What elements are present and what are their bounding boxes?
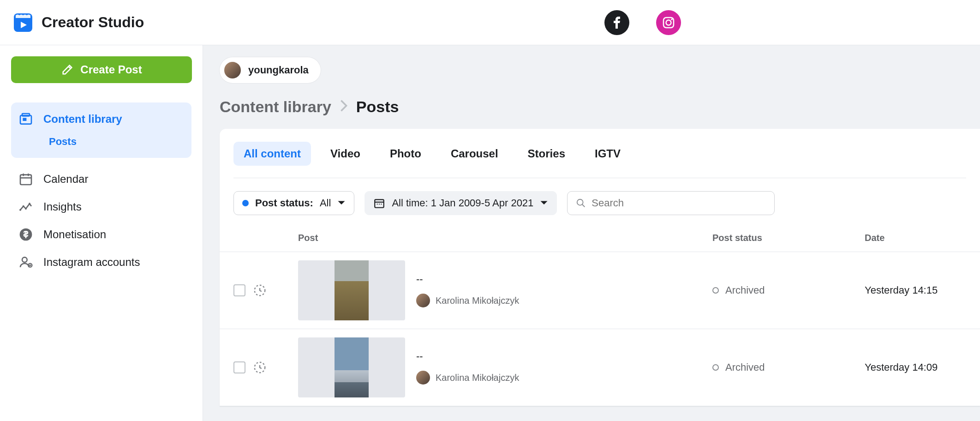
author-avatar [416,371,430,385]
post-title: -- [416,350,519,362]
svg-point-3 [671,18,673,20]
tab-photo[interactable]: Photo [380,142,431,166]
breadcrumb: Content library Posts [220,98,980,116]
svg-point-20 [377,204,378,204]
facebook-icon [610,15,624,30]
breadcrumb-current: Posts [356,98,399,116]
search-box[interactable] [567,191,775,215]
facebook-tab[interactable] [604,10,629,35]
filter-date-value: All time: 1 Jan 2009-5 Apr 2021 [392,197,533,209]
sidebar-item-label: Calendar [43,173,88,186]
caret-down-icon [540,199,548,207]
scheduled-icon [253,361,267,374]
topbar: Creator Studio [0,0,980,45]
col-post: Post [298,233,712,243]
filter-post-status[interactable]: Post status: All [233,191,354,215]
col-date: Date [865,233,966,243]
calendar-icon [373,197,385,209]
scheduled-icon [253,283,267,297]
table-header: Post Post status Date [220,228,980,252]
svg-point-14 [29,203,30,204]
post-status: Archived [712,361,865,373]
svg-point-13 [25,208,27,210]
tab-carousel[interactable]: Carousel [441,142,508,166]
sidebar-item-label: Insights [43,200,82,213]
sidebar: Create Post Content library Posts Calend… [0,45,203,421]
row-checkbox[interactable] [233,284,245,296]
create-post-label: Create Post [80,63,142,76]
svg-line-24 [582,204,585,207]
filter-status-value: All [320,197,331,209]
author-name: Karolina Mikołajczyk [436,373,519,383]
content-tabs: All content Video Photo Carousel Stories… [233,142,966,178]
sidebar-item-label: Instagram accounts [43,256,140,269]
content-panel: All content Video Photo Carousel Stories… [220,129,980,406]
tab-video[interactable]: Video [320,142,370,166]
svg-rect-18 [375,199,384,207]
status-indicator-icon [712,287,719,294]
library-icon [18,112,33,126]
table-row[interactable]: -- Karolina Mikołajczyk Archived Yesterd… [220,329,980,406]
post-date: Yesterday 14:09 [865,361,966,373]
platform-switcher [604,10,967,35]
accounts-icon [18,255,33,270]
brand-title: Creator Studio [42,14,144,31]
author-name: Karolina Mikołajczyk [436,295,519,306]
filter-bar: Post status: All All time: 1 Jan 2009-5 … [220,178,980,228]
creator-studio-logo-icon [13,12,33,33]
instagram-tab[interactable] [656,10,681,35]
sidebar-item-monetisation[interactable]: Monetisation [11,221,191,248]
search-input[interactable] [592,197,766,209]
row-checkbox[interactable] [233,361,245,373]
sidebar-item-label: Monetisation [43,228,106,241]
sidebar-item-label: Content library [43,113,122,126]
svg-rect-6 [23,118,26,121]
svg-rect-7 [20,175,31,185]
filter-date-range[interactable]: All time: 1 Jan 2009-5 Apr 2021 [365,191,557,215]
col-status: Post status [712,233,865,243]
account-name: youngkarola [248,64,309,76]
edit-icon [61,63,74,76]
account-chip[interactable]: youngkarola [220,57,321,83]
post-date: Yesterday 14:15 [865,284,966,296]
post-author: Karolina Mikołajczyk [416,371,519,385]
tab-all-content[interactable]: All content [233,142,311,166]
status-text: Archived [725,361,765,373]
svg-point-2 [666,20,671,25]
svg-point-12 [23,205,24,207]
svg-point-11 [19,209,21,211]
sidebar-item-insights[interactable]: Insights [11,193,191,221]
tab-igtv[interactable]: IGTV [585,142,631,166]
post-title: -- [416,273,519,285]
post-author: Karolina Mikołajczyk [416,294,519,307]
filter-status-label: Post status: [255,197,313,209]
sidebar-subitem-label: Posts [49,136,77,147]
sidebar-item-content-library[interactable]: Content library [11,102,191,131]
caret-down-icon [337,199,346,207]
author-avatar [416,294,430,307]
status-indicator-icon [712,364,719,371]
svg-point-16 [22,257,27,262]
status-text: Archived [725,284,765,296]
sidebar-item-instagram-accounts[interactable]: Instagram accounts [11,248,191,276]
svg-rect-5 [22,114,30,116]
avatar [223,61,242,79]
instagram-icon [661,15,676,30]
table-row[interactable]: -- Karolina Mikołajczyk Archived Yesterd… [220,252,980,329]
sidebar-subitem-posts[interactable]: Posts [11,131,191,158]
svg-point-21 [379,204,380,204]
create-post-button[interactable]: Create Post [11,56,192,83]
calendar-icon [18,172,33,186]
chevron-right-icon [340,98,348,116]
post-thumbnail [298,337,405,397]
search-icon [576,198,586,209]
tab-stories[interactable]: Stories [518,142,575,166]
breadcrumb-parent[interactable]: Content library [220,98,331,116]
dollar-icon [18,227,33,242]
svg-point-23 [577,199,583,205]
main-content: youngkarola Content library Posts All co… [203,45,980,421]
post-thumbnail [298,260,405,320]
insights-icon [18,199,33,214]
post-status: Archived [712,284,865,296]
sidebar-item-calendar[interactable]: Calendar [11,165,191,193]
